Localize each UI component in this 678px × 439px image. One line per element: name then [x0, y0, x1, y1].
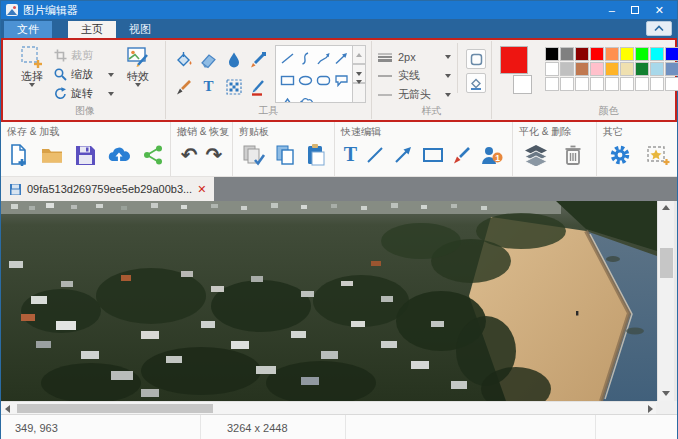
capture-region-button[interactable]	[645, 142, 671, 168]
color-swatch[interactable]	[575, 47, 589, 61]
redo-button[interactable]: ↷	[206, 145, 223, 165]
cloud-upload-button[interactable]	[106, 142, 132, 168]
color-swatch[interactable]	[635, 47, 649, 61]
color-swatch[interactable]	[560, 62, 574, 76]
flatten-layers-button[interactable]	[523, 142, 549, 168]
color-swatch[interactable]	[620, 77, 634, 91]
fill-bucket-tool[interactable]	[171, 46, 196, 73]
shape-curve[interactable]	[296, 47, 314, 69]
secondary-color-swatch[interactable]	[513, 75, 532, 94]
scroll-down-arrow[interactable]	[662, 391, 670, 396]
shape-polyline[interactable]	[278, 91, 296, 103]
color-swatch[interactable]	[665, 62, 678, 76]
color-swatch[interactable]	[575, 77, 589, 91]
color-swatch[interactable]	[635, 62, 649, 76]
color-swatch[interactable]	[545, 77, 559, 91]
maximize-button[interactable]	[631, 6, 639, 14]
shape-cloud[interactable]	[296, 91, 314, 103]
gallery-more-button[interactable]	[353, 83, 366, 103]
minimize-button[interactable]: –	[609, 5, 615, 16]
scroll-right-arrow[interactable]	[648, 405, 653, 413]
color-swatch[interactable]	[545, 47, 559, 61]
color-swatch[interactable]	[575, 62, 589, 76]
color-swatch[interactable]	[590, 62, 604, 76]
vertical-scroll-thumb[interactable]	[660, 248, 673, 278]
zoom-dropdown-caret[interactable]	[108, 73, 114, 77]
color-swatch[interactable]	[650, 62, 664, 76]
color-swatch[interactable]	[605, 47, 619, 61]
open-file-button[interactable]	[40, 142, 64, 168]
color-swatch[interactable]	[635, 77, 649, 91]
shape-outline-button[interactable]	[466, 49, 486, 69]
tab-home[interactable]: 主页	[68, 21, 116, 38]
scroll-left-arrow[interactable]	[5, 405, 10, 413]
shape-rectangle[interactable]	[278, 69, 296, 91]
color-swatch[interactable]	[590, 77, 604, 91]
undo-button[interactable]: ↶	[181, 145, 198, 165]
crop-button[interactable]: 裁剪	[54, 46, 116, 65]
vertical-scrollbar[interactable]	[657, 201, 674, 401]
shape-speech-bubble[interactable]	[332, 69, 350, 91]
delete-button[interactable]	[561, 142, 587, 168]
collapse-ribbon-button[interactable]	[646, 21, 672, 36]
horizontal-scroll-thumb[interactable]	[17, 404, 213, 413]
quick-rectangle-button[interactable]	[422, 142, 444, 168]
document-tab-close[interactable]: ✕	[197, 183, 206, 196]
line-type-select[interactable]: 实线	[377, 66, 451, 85]
copy-button[interactable]	[275, 142, 297, 168]
canvas-photo[interactable]	[1, 201, 657, 401]
rotate-dropdown-caret[interactable]	[108, 92, 114, 96]
color-swatch[interactable]	[620, 62, 634, 76]
color-swatch[interactable]	[545, 62, 559, 76]
shape-fill-button[interactable]	[466, 73, 486, 93]
shape-ellipse[interactable]	[296, 69, 314, 91]
quick-brush-button[interactable]	[452, 142, 472, 168]
document-tab[interactable]: 09fa513d269759ee5eb29a00b3... ✕	[1, 177, 214, 201]
color-swatch[interactable]	[620, 47, 634, 61]
eraser-tool[interactable]	[196, 46, 221, 73]
shape-rounded-rectangle[interactable]	[314, 69, 332, 91]
quick-line-button[interactable]	[365, 142, 385, 168]
shape-arrow[interactable]	[332, 47, 350, 69]
tab-file[interactable]: 文件	[4, 21, 52, 38]
color-swatch[interactable]	[560, 47, 574, 61]
color-picker-tool[interactable]	[246, 46, 271, 73]
share-button[interactable]	[142, 142, 164, 168]
text-tool[interactable]: T	[196, 73, 221, 100]
copy-merged-button[interactable]	[242, 142, 266, 168]
shape-curved-arrow[interactable]	[314, 47, 332, 69]
save-button[interactable]	[74, 142, 96, 168]
zoom-button[interactable]: 缩放	[54, 65, 116, 84]
scroll-up-arrow[interactable]	[662, 205, 670, 210]
marker-pen-tool[interactable]	[246, 73, 271, 100]
line-width-select[interactable]: 2px	[377, 47, 451, 66]
effects-button[interactable]: 特效	[116, 43, 160, 87]
select-tool-button[interactable]: 选择	[10, 43, 54, 87]
color-swatch[interactable]	[605, 77, 619, 91]
step-numbering-button[interactable]: 1	[480, 142, 503, 168]
color-swatch[interactable]	[665, 47, 678, 61]
tab-view[interactable]: 视图	[116, 21, 164, 38]
water-drop-tool[interactable]	[221, 46, 246, 73]
rotate-button[interactable]: 旋转	[54, 84, 116, 103]
new-file-button[interactable]	[8, 142, 30, 168]
horizontal-scrollbar[interactable]	[1, 401, 657, 414]
color-swatch[interactable]	[665, 77, 678, 91]
color-swatch[interactable]	[650, 47, 664, 61]
quick-arrow-button[interactable]	[393, 142, 414, 168]
select-dropdown-caret[interactable]	[29, 83, 35, 87]
effects-dropdown-caret[interactable]	[135, 83, 141, 87]
paste-button[interactable]	[306, 142, 326, 168]
shape-line[interactable]	[278, 47, 296, 69]
color-swatch[interactable]	[590, 47, 604, 61]
close-button[interactable]: ✕	[655, 5, 664, 16]
brush-tool[interactable]	[171, 73, 196, 100]
settings-button[interactable]	[607, 142, 633, 168]
arrow-type-select[interactable]: 无箭头	[377, 85, 451, 104]
primary-color-swatch[interactable]	[500, 46, 528, 74]
color-swatch[interactable]	[605, 62, 619, 76]
color-swatch[interactable]	[650, 77, 664, 91]
mosaic-tool[interactable]	[221, 73, 246, 100]
quick-text-button[interactable]: T	[344, 143, 357, 166]
color-swatch[interactable]	[560, 77, 574, 91]
